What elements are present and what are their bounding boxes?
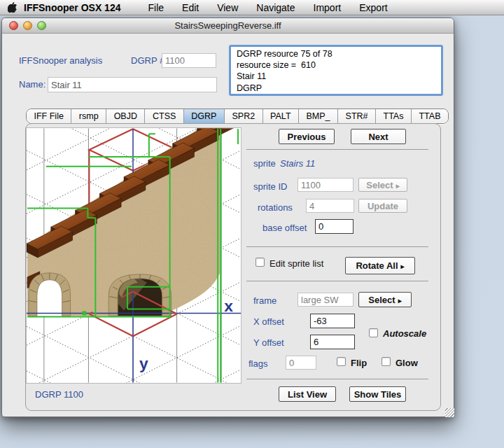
x-axis-label: x: [224, 297, 233, 315]
dgrp-number-label: DGRP #: [131, 55, 164, 66]
menu-item-navigate[interactable]: Navigate: [247, 0, 304, 15]
base-offset-input[interactable]: [315, 219, 354, 234]
tab-iff-file[interactable]: IFF File: [27, 109, 71, 124]
tab-bmp-[interactable]: BMP_: [298, 109, 337, 124]
next-button[interactable]: Next: [351, 129, 406, 144]
list-view-button[interactable]: List View: [279, 386, 336, 402]
resize-grip-icon[interactable]: [445, 408, 454, 417]
separator: [246, 379, 428, 379]
rotate-all-button[interactable]: Rotate All ▸: [345, 257, 415, 274]
flags-label: flags: [248, 358, 267, 369]
x-offset-label: X offset: [253, 316, 284, 327]
tab-ttab[interactable]: TTAB: [411, 109, 448, 124]
tab-rsmp[interactable]: rsmp: [71, 109, 106, 124]
show-tiles-button[interactable]: Show Tiles: [349, 386, 406, 402]
y-axis-label: y: [139, 354, 148, 372]
previous-button[interactable]: Previous: [279, 129, 335, 144]
menu-item-file[interactable]: File: [139, 0, 173, 15]
update-button[interactable]: Update: [358, 199, 407, 213]
menu-items: FileEditViewNavigateImportExport: [139, 0, 396, 15]
analysis-heading: IFFSnooper analysis: [19, 55, 102, 66]
edit-sprite-list-label: Edit sprite list: [270, 258, 323, 269]
menu-arrow-icon: ▸: [398, 297, 402, 304]
base-offset-label: base offset: [262, 223, 307, 233]
window-content: IFFSnooper analysis DGRP # Name: DGRP re…: [0, 0, 504, 448]
dgrp-number-input[interactable]: [162, 53, 216, 68]
frame-select-label: Select: [368, 295, 395, 305]
tab-spr2[interactable]: SPR2: [224, 109, 262, 124]
resource-info-box[interactable]: DGRP resource 75 of 78 resource size = 6…: [229, 45, 443, 96]
glow-label: Glow: [396, 358, 418, 368]
tab-dgrp[interactable]: DGRP: [183, 109, 224, 124]
stairs-preview-image: x y: [26, 127, 241, 384]
name-input[interactable]: [48, 77, 217, 92]
menu-item-export[interactable]: Export: [350, 0, 396, 15]
tab-str-[interactable]: STR#: [337, 109, 375, 124]
sprite-name: Stairs 11: [280, 158, 315, 169]
tab-ttas[interactable]: TTAs: [375, 109, 411, 124]
sprite-label: sprite: [253, 158, 276, 169]
separator: [246, 246, 428, 247]
footer-resource-label: DGRP 1100: [35, 389, 83, 400]
rotate-all-label: Rotate All: [356, 260, 398, 271]
y-offset-input[interactable]: [310, 335, 355, 349]
autoscale-checkbox[interactable]: [369, 328, 378, 337]
flags-input[interactable]: [286, 356, 316, 370]
show-tiles-label: Show Tiles: [354, 389, 402, 400]
frame-input[interactable]: [298, 293, 354, 307]
separator: [246, 149, 428, 150]
menu-arrow-icon: ▸: [396, 182, 400, 190]
update-button-label: Update: [368, 201, 398, 211]
flip-checkbox[interactable]: [337, 357, 346, 366]
rotations-label: rotations: [258, 202, 293, 213]
resource-tabs: IFF FilersmpOBJDCTSSDGRPSPR2PALTBMP_STR#…: [26, 108, 449, 124]
y-offset-label: Y offset: [253, 337, 284, 348]
menu-item-edit[interactable]: Edit: [173, 0, 208, 15]
previous-button-label: Previous: [288, 132, 326, 142]
sprite-select-button[interactable]: Select ▸: [358, 178, 407, 192]
glow-checkbox[interactable]: [382, 357, 391, 366]
left-arch: [29, 273, 71, 316]
list-view-label: List View: [288, 389, 327, 400]
edit-sprite-list-checkbox[interactable]: [255, 258, 265, 267]
menu-arrow-icon: ▸: [401, 262, 405, 270]
sprite-id-label: sprite ID: [253, 181, 287, 192]
sprite-id-input[interactable]: [298, 178, 354, 192]
tab-palt[interactable]: PALT: [262, 109, 298, 124]
separator: [246, 281, 428, 281]
sprite-select-label: Select: [366, 180, 393, 190]
name-label: Name:: [19, 79, 46, 90]
frame-select-button[interactable]: Select ▸: [358, 292, 412, 307]
tab-objd[interactable]: OBJD: [106, 109, 144, 124]
rotations-input[interactable]: [306, 199, 354, 213]
menu-bar: IFFSnooper OSX 124 FileEditViewNavigateI…: [0, 0, 504, 15]
next-button-label: Next: [368, 132, 388, 142]
menu-item-import[interactable]: Import: [304, 0, 351, 15]
frame-label: frame: [253, 295, 276, 306]
apple-menu-icon[interactable]: [0, 2, 24, 13]
app-name: IFFSnooper OSX 124: [24, 2, 120, 13]
flip-label: Flip: [351, 358, 367, 368]
menu-item-view[interactable]: View: [208, 0, 247, 15]
x-offset-input[interactable]: [310, 314, 355, 328]
tab-ctss[interactable]: CTSS: [144, 109, 183, 124]
autoscale-label: Autoscale: [383, 328, 426, 339]
